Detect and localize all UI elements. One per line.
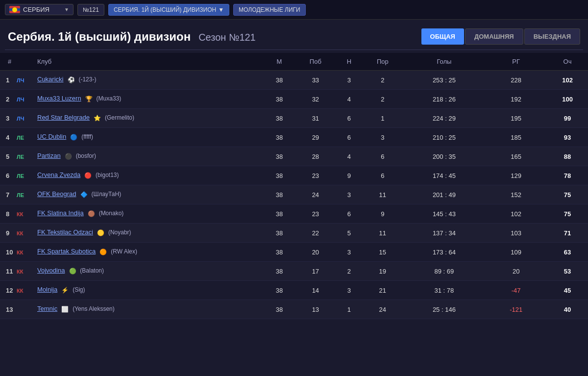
standings-table: # Клуб М Поб Н Пор Голы РГ Оч 1 ЛЧCukari… <box>0 53 588 319</box>
cell-rank: 13 <box>0 300 29 319</box>
cell-l: 2 <box>362 90 403 109</box>
cell-w: 24 <box>295 185 336 204</box>
cell-m: 38 <box>264 147 295 166</box>
club-name[interactable]: Red Star Belgrade <box>37 114 90 121</box>
club-icon: ⭐ <box>93 114 102 123</box>
club-icon: ⬜ <box>61 305 70 314</box>
view-tabs: ОБЩАЯ ДОМАШНЯЯ ВЫЕЗДНАЯ <box>421 28 580 45</box>
rank-number: 8 <box>6 210 15 218</box>
youth-btn[interactable]: МОЛОДЕЖНЫЕ ЛИГИ <box>233 4 306 16</box>
club-manager[interactable]: (Muxa33) <box>95 95 121 102</box>
rank-number: 7 <box>6 191 15 199</box>
club-icon: 🏆 <box>84 95 93 103</box>
cell-pts: 78 <box>547 166 588 185</box>
cell-club: Red Star Belgrade ⭐ (Germelito) <box>29 109 264 128</box>
col-header-rg: РГ <box>485 53 547 71</box>
cell-d: 4 <box>336 147 362 166</box>
cell-l: 9 <box>362 204 403 224</box>
cell-rg: 109 <box>485 243 547 262</box>
season-btn[interactable]: №121 <box>77 4 104 16</box>
cell-rg: 192 <box>485 90 547 109</box>
cell-rank: 8 КК <box>0 204 29 224</box>
cell-rg: 228 <box>485 71 547 90</box>
cell-rank: 12 КК <box>0 281 29 300</box>
cell-l: 3 <box>362 128 403 147</box>
page-title: Сербия. 1й (высший) дивизион <box>8 30 191 44</box>
cell-rank: 9 КК <box>0 224 29 243</box>
club-name[interactable]: Temnic <box>37 305 57 312</box>
cell-rg: 152 <box>485 185 547 204</box>
table-row: 11 ККVojvodina 🟢 (Balaton)381721989 : 69… <box>0 262 588 281</box>
club-name[interactable]: FK Tekstilac Odzaci <box>37 228 93 236</box>
cell-pts: 40 <box>547 300 588 319</box>
rank-number: 4 <box>6 134 15 141</box>
club-manager[interactable]: (Monako) <box>97 210 123 217</box>
col-header-d: Н <box>336 53 362 71</box>
club-name[interactable]: Crvena Zvezda <box>37 171 80 178</box>
cell-rg: 195 <box>485 109 547 128</box>
club-name[interactable]: Partizan <box>37 152 61 159</box>
cell-w: 17 <box>295 262 336 281</box>
club-manager[interactable]: (bigot13) <box>94 172 119 178</box>
cell-pts: 99 <box>547 109 588 128</box>
country-selector[interactable]: СЕРБИЯ ▼ <box>5 4 74 15</box>
cell-l: 6 <box>362 166 403 185</box>
club-name[interactable]: Cukaricki <box>37 75 63 83</box>
club-name[interactable]: Muxa33 Luzern <box>37 95 81 102</box>
cell-m: 38 <box>264 90 295 109</box>
club-icon: 🔴 <box>84 171 93 180</box>
club-manager[interactable]: (ШлауТаН) <box>90 191 121 198</box>
cell-rg: 20 <box>485 262 547 281</box>
club-name[interactable]: Molnija <box>37 286 57 293</box>
tab-overall[interactable]: ОБЩАЯ <box>421 28 464 45</box>
rank-number: 13 <box>6 306 15 313</box>
club-manager[interactable]: (bosfor) <box>74 152 96 159</box>
qual-badge: ЛЕ <box>17 173 24 179</box>
cell-d: 6 <box>336 128 362 147</box>
club-name[interactable]: FK Slatina Indija <box>37 209 84 217</box>
cell-pts: 45 <box>547 281 588 300</box>
club-manager[interactable]: (Balaton) <box>78 267 104 274</box>
club-manager[interactable]: (fffff) <box>80 133 93 140</box>
cell-l: 24 <box>362 300 403 319</box>
cell-w: 22 <box>295 224 336 243</box>
cell-goals: 137 : 34 <box>403 224 486 243</box>
cell-d: 5 <box>336 224 362 243</box>
club-manager[interactable]: (RW Alex) <box>109 248 137 255</box>
cell-m: 38 <box>264 128 295 147</box>
table-row: 2 ЛЧMuxa33 Luzern 🏆 (Muxa33)383242218 : … <box>0 90 588 109</box>
cell-goals: 200 : 35 <box>403 147 486 166</box>
cell-goals: 253 : 25 <box>403 71 486 90</box>
club-name[interactable]: FK Spartak Subotica <box>37 248 96 255</box>
league-btn[interactable]: СЕРБИЯ. 1Й (ВЫСШИЙ) ДИВИЗИОН ▼ <box>108 4 229 16</box>
table-row: 10 ККFK Spartak Subotica 🟠 (RW Alex)3820… <box>0 243 588 262</box>
rank-number: 6 <box>6 172 15 179</box>
cell-club: Crvena Zvezda 🔴 (bigot13) <box>29 166 264 185</box>
cell-pts: 75 <box>547 204 588 224</box>
cell-goals: 210 : 25 <box>403 128 486 147</box>
club-manager[interactable]: (-123-) <box>77 76 96 83</box>
tab-away[interactable]: ВЫЕЗДНАЯ <box>524 28 580 45</box>
table-row: 12 ККMolnija ⚡ (Sig)381432131 : 78-4745 <box>0 281 588 300</box>
club-name[interactable]: UC Dublin <box>37 133 66 140</box>
cell-d: 3 <box>336 185 362 204</box>
table-header-row: # Клуб М Поб Н Пор Голы РГ Оч <box>0 53 588 71</box>
club-manager[interactable]: (Noyabr) <box>107 229 131 236</box>
cell-club: Muxa33 Luzern 🏆 (Muxa33) <box>29 90 264 109</box>
cell-d: 1 <box>336 300 362 319</box>
col-header-rank: # <box>0 53 29 71</box>
cell-goals: 174 : 45 <box>403 166 486 185</box>
club-icon: ⚫ <box>64 152 73 161</box>
club-manager[interactable]: (Germelito) <box>103 114 134 121</box>
table-row: 1 ЛЧCukaricki ⚽ (-123-)383332253 : 25228… <box>0 71 588 90</box>
cell-rg: 103 <box>485 224 547 243</box>
club-name[interactable]: Vojvodina <box>37 267 65 274</box>
cell-rg: -47 <box>485 281 547 300</box>
club-name[interactable]: OFK Beograd <box>37 190 76 198</box>
club-manager[interactable]: (Yens Alekssen) <box>71 305 115 312</box>
qual-badge: ЛЕ <box>17 135 24 141</box>
tab-home[interactable]: ДОМАШНЯЯ <box>465 28 523 45</box>
club-manager[interactable]: (Sig) <box>71 286 85 293</box>
cell-rank: 2 ЛЧ <box>0 90 29 109</box>
cell-d: 2 <box>336 262 362 281</box>
